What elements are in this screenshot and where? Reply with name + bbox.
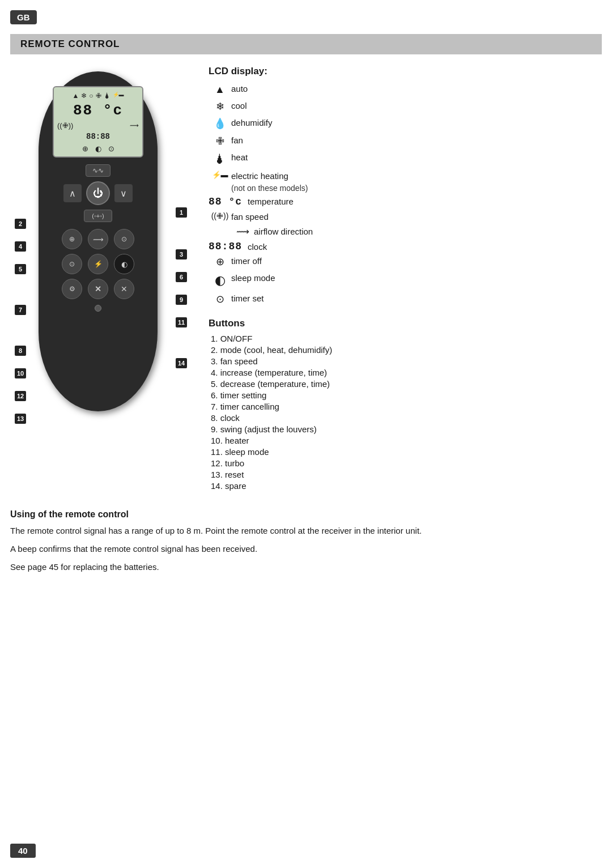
left-labels: 2 4 5 7 8 10 12 13 [15,219,26,424]
dehumidify-item: 💧 dehumidify [209,117,602,131]
mode-button[interactable]: ∿∿ [86,164,110,177]
turbo-button[interactable]: ⚙ [62,279,82,299]
btn-12: 12. turbo [209,458,602,468]
main-content: 2 4 5 7 8 10 12 13 1 3 6 9 11 14 [10,66,602,492]
btn-9: 9. swing (adjust the louvers) [209,424,602,434]
timer-cancel-button[interactable]: ⊕ [62,229,82,249]
lcd-screen: ▲ ❄ ○ ✙ 🌢 ⚡▬ 88 °c ((✙)) ⟿ 88:88 ⊕ ◐ ⊙ [53,86,143,158]
down-arrow-button[interactable]: ∨ [114,184,133,202]
heat-icon: 🌢 [104,92,110,100]
timer-off-symbol: ⊕ [209,255,231,269]
spare-button[interactable]: ✕ [114,279,134,299]
clock-button[interactable]: ⊙ [62,254,82,274]
mode-btn-row: ∿∿ [86,164,110,177]
dehumidify-symbol: 💧 [209,117,231,131]
label-8: 8 [15,346,26,356]
airflow-symbol: ⟿ [231,225,254,238]
label-2: 2 [15,219,26,229]
label-9: 9 [176,295,187,305]
airflow-item: ⟿ airflow direction [231,225,602,238]
cool-icon: ❄ [81,92,87,100]
fan-symbol: ✙ [209,134,231,148]
label-1: 1 [176,207,187,218]
btn-14: 14. spare [209,481,602,491]
clock-text: clock [248,242,267,252]
reset-dot[interactable] [95,305,101,312]
heater-button[interactable]: ⚡ [88,254,108,274]
using-para2: A beep confirms that the remote control … [10,542,602,556]
btn-13: 13. reset [209,470,602,479]
label-13: 13 [15,414,26,424]
timer-set-symbol: ⊙ [209,292,231,307]
fan-speed-button[interactable]: (◦+◦) [84,210,112,222]
label-4: 4 [15,241,26,252]
lcd-bottom-icons: ⊕ ◐ ⊙ [57,144,139,153]
btn-7: 7. timer cancelling [209,402,602,411]
fan-speed-item: ((✙)) fan speed [209,211,602,223]
label-11: 11 [176,317,187,327]
auto-text: auto [231,83,248,95]
btn-3: 3. fan speed [209,356,602,366]
btn-1: 1. ON/OFF [209,334,602,343]
btn-row-1: ⊕ ⟿ ⊙ [62,229,134,249]
on-off-button[interactable]: ⏻ [86,181,110,205]
sleep-mode-text: sleep mode [231,272,275,284]
dehumidify-text: dehumidify [231,117,273,129]
auto-symbol: ▲ [209,83,231,97]
sleep-mode-item: ◐ sleep mode [209,272,602,290]
right-panel: LCD display: ▲ auto ❄ cool 💧 dehumidify … [209,66,602,492]
label-10: 10 [15,368,26,378]
page-number: 40 [10,844,36,858]
timer-off-text: timer off [231,255,262,267]
remote-diagram: 2 4 5 7 8 10 12 13 1 3 6 9 11 14 [10,66,192,440]
electric-heating-item: ⚡▬ electric heating [209,170,602,182]
airflow-text: airflow direction [254,225,313,237]
auto-icon: ▲ [72,92,79,100]
lcd-display-section: LCD display: ▲ auto ❄ cool 💧 dehumidify … [209,66,602,307]
fan-item: ✙ fan [209,134,602,148]
fan-speed-symbol: ((✙)) [209,211,231,222]
up-arrow-button[interactable]: ∧ [63,184,82,202]
heat-symbol: 🌢 [209,151,231,167]
using-para3: See page 45 for replacing the batteries. [10,560,602,574]
fan-text: fan [231,134,243,146]
clock-icon-lcd: ⊕ [82,144,88,153]
cool-item: ❄ cool [209,100,602,114]
bottom-section: Using of the remote control The remote c… [10,509,602,595]
reset-button[interactable]: ✕ [88,279,108,299]
arrow-cluster: ∧ ⏻ ∨ [63,181,133,205]
using-title: Using of the remote control [10,509,602,520]
btn-5: 5. decrease (temperature, time) [209,379,602,389]
right-labels: 1 3 6 9 11 14 [176,207,187,368]
label-6: 6 [176,272,187,282]
temperature-symbol: 88 °c [209,196,242,207]
elec-heat-icon: ⚡▬ [113,92,124,100]
fan-icon: ✙ [96,92,101,100]
btn-row-3: ⚙ ✕ ✕ [62,279,134,299]
fan-speed-text: fan speed [231,211,269,223]
btn-11: 11. sleep mode [209,447,602,457]
btn-2: 2. mode (cool, heat, dehumidify) [209,345,602,355]
reset-row [95,305,101,312]
lcd-time-display: 88:88 [57,132,139,141]
label-7: 7 [15,305,26,315]
sleep-mode-symbol: ◐ [209,272,231,290]
timer-icon-lcd: ⊙ [108,144,114,153]
btn-10: 10. heater [209,436,602,445]
lcd-mode-icons: ▲ ❄ ○ ✙ 🌢 ⚡▬ [57,92,139,100]
electric-heating-text: electric heating [231,170,288,182]
fan-speed-btn-row: (◦+◦) [84,210,112,222]
sleep-mode-button[interactable]: ◐ [114,254,134,274]
btn-row-2: ⊙ ⚡ ◐ [62,254,134,274]
dehumidify-icon: ○ [89,92,93,100]
temperature-text: temperature [248,197,294,206]
louver-display: ⟿ [130,122,139,129]
cool-text: cool [231,100,247,112]
label-12: 12 [15,391,26,401]
swing-button[interactable]: ⟿ [88,229,108,249]
lcd-temperature-display: 88 °c [57,102,139,119]
not-on-models-text: (not on these models) [231,184,602,193]
btn-4: 4. increase (temperature, time) [209,368,602,377]
timer-set-button[interactable]: ⊙ [114,229,134,249]
lcd-fan-row: ((✙)) ⟿ [57,121,139,130]
